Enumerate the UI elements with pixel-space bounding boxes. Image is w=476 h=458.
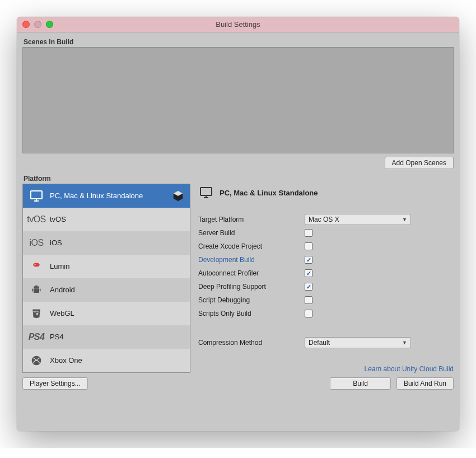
chevron-down-icon: ▼ <box>402 340 407 345</box>
platform-item-label: WebGL <box>50 309 74 317</box>
svg-rect-9 <box>40 288 41 291</box>
svg-rect-0 <box>31 191 42 199</box>
platform-item-label: PS4 <box>50 333 64 341</box>
add-open-scenes-button[interactable]: Add Open Scenes <box>385 157 454 169</box>
tvos-icon: tvOS <box>29 212 44 227</box>
scripts-only-checkbox[interactable] <box>305 310 312 317</box>
svg-rect-7 <box>34 288 39 293</box>
cloud-build-link[interactable]: Learn about Unity Cloud Build <box>365 365 454 373</box>
zoom-icon[interactable] <box>46 21 53 28</box>
svg-rect-14 <box>200 188 212 195</box>
svg-point-10 <box>35 286 35 287</box>
scenes-label: Scenes In Build <box>24 38 452 46</box>
create-xcode-checkbox[interactable] <box>305 242 312 250</box>
platform-item-lumin[interactable]: Lumin <box>23 255 190 278</box>
compression-row: Compression Method Default ▼ <box>198 336 454 349</box>
platform-item-ios[interactable]: iOS iOS <box>23 231 190 255</box>
close-icon[interactable] <box>22 21 30 28</box>
selected-platform-title: PC, Mac & Linux Standalone <box>198 185 454 200</box>
platform-item-label: tvOS <box>50 215 66 223</box>
window-controls <box>22 21 53 28</box>
platform-item-standalone[interactable]: PC, Mac & Linux Standalone <box>23 184 190 208</box>
android-icon <box>29 282 44 298</box>
compression-select[interactable]: Default ▼ <box>305 337 411 348</box>
server-build-checkbox[interactable] <box>305 229 312 237</box>
platform-list: PC, Mac & Linux Standalone tvOS tvOS iOS… <box>22 184 190 373</box>
platform-item-ps4[interactable]: PS4 PS4 <box>23 325 190 349</box>
svg-point-11 <box>38 286 38 287</box>
platform-item-label: PC, Mac & Linux Standalone <box>50 191 143 200</box>
html5-icon: HTML <box>29 306 44 321</box>
platform-item-tvos[interactable]: tvOS tvOS <box>23 208 190 231</box>
platform-label: Platform <box>24 175 452 183</box>
script-debugging-checkbox[interactable] <box>305 296 312 304</box>
svg-text:HTML: HTML <box>33 310 40 312</box>
build-button[interactable]: Build <box>330 377 391 390</box>
platform-item-label: Lumin <box>50 262 69 270</box>
platform-details: PC, Mac & Linux Standalone Target Platfo… <box>198 184 454 373</box>
scenes-list[interactable] <box>22 47 454 153</box>
monitor-icon <box>198 185 214 200</box>
platform-item-label: Android <box>50 286 75 294</box>
svg-rect-8 <box>32 288 34 291</box>
platform-item-label: iOS <box>50 239 62 247</box>
lumin-icon <box>29 259 44 274</box>
deep-profiling-checkbox[interactable] <box>305 283 312 291</box>
minimize-icon <box>34 21 41 28</box>
unity-icon <box>172 190 184 202</box>
svg-point-5 <box>33 263 40 267</box>
platform-item-xbox[interactable]: Xbox One <box>23 349 190 372</box>
titlebar: Build Settings <box>17 17 459 32</box>
ps4-icon: PS4 <box>29 329 44 345</box>
svg-point-6 <box>35 264 36 265</box>
platform-item-webgl[interactable]: HTML WebGL <box>23 302 190 325</box>
platform-item-label: Xbox One <box>50 356 82 364</box>
monitor-icon <box>29 188 44 204</box>
build-settings-window: Build Settings Scenes In Build Add Open … <box>17 17 459 431</box>
xbox-icon <box>29 353 44 368</box>
target-platform-select[interactable]: Mac OS X ▼ <box>305 214 411 225</box>
development-build-checkbox[interactable] <box>305 256 312 264</box>
player-settings-button[interactable]: Player Settings... <box>22 377 88 390</box>
ios-icon: iOS <box>29 235 44 251</box>
target-platform-row: Target Platform Mac OS X ▼ <box>198 213 454 226</box>
build-and-run-button[interactable]: Build And Run <box>396 377 454 390</box>
window-title: Build Settings <box>17 20 459 29</box>
platform-item-android[interactable]: Android <box>23 278 190 302</box>
autoconnect-profiler-checkbox[interactable] <box>305 269 312 277</box>
chevron-down-icon: ▼ <box>402 217 407 222</box>
